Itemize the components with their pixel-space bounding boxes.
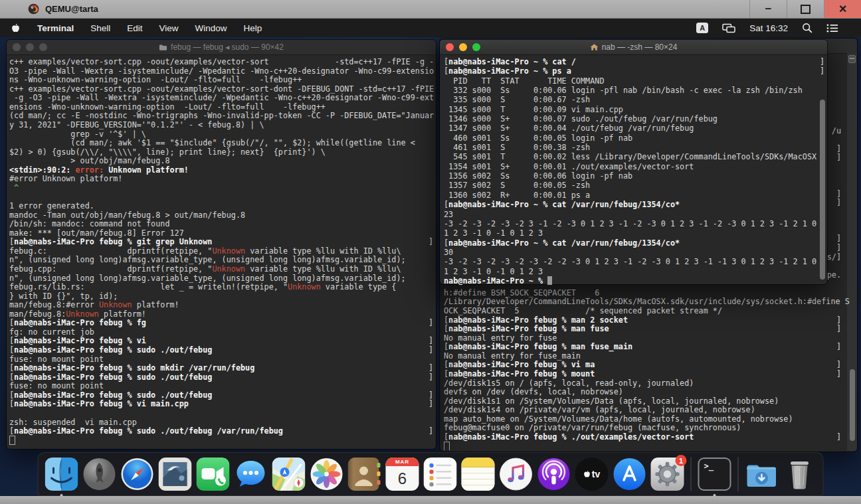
terminal-line: 335 s000 S 0:00.67 -zsh <box>444 95 824 104</box>
terminal-line: c++ examples/vector-sort.cpp -oout/examp… <box>9 57 433 66</box>
system-preferences-badge: 1 <box>676 455 687 466</box>
dock-item-terminal[interactable]: >_ <box>698 458 731 491</box>
terminal-line: <stdin>:90:2: error: Unknown platform! <box>9 165 433 175</box>
terminal-line: ns -Wno-unknown-warning-option -Lout/ -f… <box>9 75 433 84</box>
dock-item-downloads[interactable] <box>745 458 779 491</box>
terminal-line: h:#define BSM_SOCK_SEQPACKET 6 <box>444 288 841 297</box>
dock-item-reminders[interactable] <box>424 458 457 491</box>
apple-tv-icon: tv <box>575 458 609 491</box>
terminal-line: [nab@nabs-iMac-Pro febug % sudo mkdir /v… <box>9 363 433 373</box>
zoom-traffic-light[interactable] <box>39 43 47 51</box>
terminal-line: 1347 s000 S+ 0:00.04 ./out/febug /var/ru… <box>444 124 824 133</box>
input-source-icon[interactable]: A <box>696 23 708 33</box>
terminal-line: O3 -pipe -Wall -Wextra -isysteminclude/ … <box>9 66 433 76</box>
app-store-icon <box>613 458 646 491</box>
qemu-window-titlebar[interactable]: QEMU@tarta − × <box>0 0 861 19</box>
close-traffic-light[interactable] <box>13 43 21 51</box>
safari-icon <box>121 458 154 491</box>
minimize-traffic-light[interactable] <box>459 43 467 51</box>
left-terminal-content[interactable]: c++ examples/vector-sort.cpp -oout/examp… <box>7 55 436 450</box>
terminal-line: $2) > 0) {gsub(/\\/, "\\\\", line); prin… <box>9 147 433 157</box>
spotlight-icon[interactable] <box>802 23 813 33</box>
qemu-minimize-button[interactable]: − <box>749 0 787 18</box>
terminal-line: [nab@nabs-iMac-Pro febug % vi ma] <box>444 360 841 369</box>
terminal-line: PID TT STAT TIME COMMAND <box>444 76 824 86</box>
terminal-line: [nab@nabs-iMac-Pro febug % sudo ./out/fe… <box>9 390 433 400</box>
calendar-icon: MAR 6 <box>386 458 419 491</box>
terminal-line: > out/obj/man/febug.8 <box>9 156 433 165</box>
dock-item-contacts[interactable] <box>348 458 381 491</box>
terminal-line: 545 s001 T 0:00.02 less /Library/Develop… <box>444 152 824 161</box>
dock-item-photos[interactable] <box>310 458 343 491</box>
dock-item-system-preferences[interactable]: 1 <box>651 458 684 491</box>
qemu-maximize-button[interactable] <box>787 0 824 18</box>
front-terminal-title: nab — -zsh — 80×24 <box>602 42 678 52</box>
menu-item-view[interactable]: View <box>159 23 179 33</box>
contacts-icon <box>348 458 381 491</box>
dock-item-safari[interactable] <box>121 458 154 491</box>
terminal-line: (cd man/; awk '$1 == "$include" {gsub(/"… <box>9 138 433 147</box>
terminal-line: devfs on /dev (devfs, local, nobrowse) <box>444 387 841 396</box>
terminal-line: [nab@nabs-iMac-Pro ~ % ps a] <box>444 66 824 76</box>
terminal-line: 1 2 3 -1 0 -1 0 1 2 3 <box>444 228 824 238</box>
dock-item-notes[interactable] <box>462 458 495 491</box>
left-terminal-window[interactable]: febug — febug ◂ sudo — 90×42 c++ example… <box>7 40 436 449</box>
dock-item-maps[interactable] <box>272 458 306 491</box>
terminal-line: No manual entry for fuse_main <box>444 351 841 361</box>
front-terminal-scrollbar-thumb[interactable] <box>820 100 825 280</box>
reminders-icon <box>424 458 457 491</box>
dock-item-finder[interactable] <box>45 458 78 491</box>
terminal-line <box>9 408 433 418</box>
maximize-icon <box>801 5 811 14</box>
terminal-line: 1 2 3 -1 0 -1 0 1 2 3 <box>444 267 824 276</box>
dock-item-trash[interactable] <box>783 458 816 491</box>
terminal-line: 1 error generated. <box>9 201 433 210</box>
menu-item-edit[interactable]: Edit <box>127 23 142 33</box>
minimize-traffic-light[interactable] <box>26 43 34 51</box>
terminal-line: grep -v '^$' | \ <box>9 129 433 139</box>
terminal-line: [nab@nabs-iMac-Pro febug % fg] <box>9 318 433 327</box>
dock-item-app-store[interactable] <box>613 458 646 491</box>
left-terminal-title: febug — febug ◂ sudo — 90×42 <box>171 42 284 52</box>
menu-item-shell[interactable]: Shell <box>90 23 110 33</box>
terminal-line: [nab@nabs-iMac-Pro febug % mount] <box>444 369 841 378</box>
qemu-close-button[interactable]: × <box>824 0 861 18</box>
terminal-line: zsh: suspended vi main.cpp <box>9 418 433 427</box>
terminal-line: 461 s001 S 0:00.38 -zsh <box>444 143 824 152</box>
terminal-line: man/febug.8:Unknown platform! <box>9 309 433 319</box>
background-terminal-scrollbar-thumb[interactable] <box>850 369 855 441</box>
home-icon <box>590 43 599 51</box>
front-terminal-window[interactable]: nab — -zsh — 80×24 [nab@nabs-iMac-Pro ~ … <box>440 40 827 284</box>
terminal-line: -3 -2 -3 -2 -3 -2 3 -1 -2 -3 0 1 2 3 -1 … <box>444 219 824 228</box>
close-traffic-light[interactable] <box>446 43 454 51</box>
dock-item-apple-tv[interactable]: tv <box>575 458 609 491</box>
apple-tv-label: tv <box>592 469 600 479</box>
dock-item-facetime[interactable] <box>197 458 230 491</box>
terminal-line: [nab@nabs-iMac-Pro febug % sudo ./out/fe… <box>9 426 433 436</box>
dock-item-launchpad[interactable] <box>83 458 116 491</box>
terminal-line: n", (unsigned long long)afmsg.variable_t… <box>9 274 433 283</box>
podcasts-icon <box>537 458 571 491</box>
dock-separator <box>738 457 739 491</box>
terminal-line: n", (unsigned long long)afmsg.variable_t… <box>9 255 433 264</box>
front-terminal-titlebar[interactable]: nab — -zsh — 80×24 <box>440 40 827 55</box>
left-terminal-titlebar[interactable]: febug — febug ◂ sudo — 90×42 <box>7 40 436 55</box>
dock-item-calendar[interactable]: MAR 6 <box>386 458 419 491</box>
terminal-line: 1354 s001 S+ 0:00.01 ./out/examples/vect… <box>444 162 824 171</box>
zoom-traffic-light[interactable] <box>472 43 480 51</box>
dock-item-mail[interactable] <box>159 458 192 491</box>
dock-item-podcasts[interactable] <box>537 458 571 491</box>
menu-item-terminal[interactable]: Terminal <box>37 23 74 33</box>
menu-clock[interactable]: Sat 16:32 <box>749 23 788 33</box>
dock-item-music[interactable] <box>500 458 533 491</box>
dock-item-messages[interactable] <box>235 458 268 491</box>
screen-mirroring-icon[interactable] <box>722 23 735 33</box>
notification-list-icon[interactable] <box>826 23 838 33</box>
terminal-line: [nab@nabs-iMac-Pro ~ % cat /var/run/febu… <box>444 200 824 209</box>
apple-menu-icon[interactable] <box>11 23 21 34</box>
front-terminal-content[interactable]: [nab@nabs-iMac-Pro ~ % cat /][nab@nabs-i… <box>440 55 827 285</box>
terminal-line: mandoc -Tman out/obj/man/febug.8 > out/m… <box>9 210 433 220</box>
terminal-line: /dev/disk1s1 on /System/Volumes/Data (ap… <box>444 396 841 406</box>
menu-item-help[interactable]: Help <box>244 23 262 33</box>
menu-item-window[interactable]: Window <box>195 23 227 33</box>
